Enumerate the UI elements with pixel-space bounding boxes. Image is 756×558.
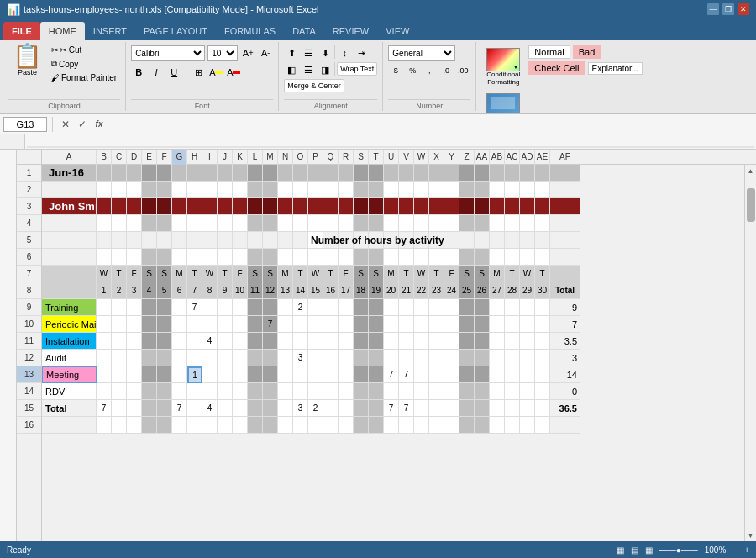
cell[interactable] xyxy=(157,215,172,232)
cell[interactable] xyxy=(535,232,550,249)
cell[interactable] xyxy=(157,299,172,316)
cell[interactable] xyxy=(459,215,475,232)
cell[interactable] xyxy=(42,232,97,249)
col-header-AC[interactable]: AC xyxy=(505,150,520,165)
cell[interactable]: 28 xyxy=(505,282,520,299)
cell[interactable] xyxy=(293,198,308,215)
col-header-Q[interactable]: Q xyxy=(323,150,339,165)
text-direction-button[interactable]: ↕ xyxy=(337,45,352,61)
cell[interactable] xyxy=(429,350,444,366)
cell[interactable] xyxy=(172,232,187,249)
cell[interactable] xyxy=(354,417,369,434)
font-color-button[interactable]: A xyxy=(226,65,241,80)
cell[interactable] xyxy=(308,316,323,333)
cell[interactable] xyxy=(369,249,384,266)
cell[interactable]: 7 xyxy=(550,316,580,333)
cell[interactable] xyxy=(429,366,444,383)
cell[interactable] xyxy=(535,249,550,266)
cell[interactable]: 18 xyxy=(354,282,369,299)
cell[interactable] xyxy=(384,165,399,182)
cell[interactable] xyxy=(202,182,218,198)
align-middle-button[interactable]: ☰ xyxy=(301,45,316,61)
cell[interactable] xyxy=(444,333,459,350)
cell[interactable] xyxy=(233,249,248,266)
cell[interactable] xyxy=(339,316,354,333)
cell[interactable]: S xyxy=(475,266,490,282)
cell[interactable]: Audit xyxy=(42,350,97,366)
col-header-U[interactable]: U xyxy=(384,150,399,165)
cell[interactable] xyxy=(293,215,308,232)
cell[interactable] xyxy=(127,350,142,366)
cell[interactable]: F xyxy=(233,266,248,282)
cell[interactable] xyxy=(414,182,429,198)
cell[interactable] xyxy=(142,417,157,434)
cell[interactable] xyxy=(308,350,323,366)
cell[interactable]: 3 xyxy=(293,350,308,366)
check-cell-style-button[interactable]: Check Cell xyxy=(528,61,585,75)
cell[interactable] xyxy=(112,215,127,232)
cell[interactable] xyxy=(369,299,384,316)
cell[interactable] xyxy=(278,333,293,350)
cell[interactable] xyxy=(414,417,429,434)
cell[interactable] xyxy=(339,182,354,198)
cell[interactable] xyxy=(202,316,218,333)
cell[interactable] xyxy=(157,198,172,215)
cell[interactable] xyxy=(187,417,202,434)
cell[interactable] xyxy=(112,333,127,350)
cell[interactable] xyxy=(459,417,475,434)
cell[interactable] xyxy=(444,249,459,266)
cell[interactable] xyxy=(112,182,127,198)
cell[interactable] xyxy=(550,417,580,434)
cell[interactable] xyxy=(475,316,490,333)
font-size-select[interactable]: 10 xyxy=(207,45,238,61)
cell[interactable]: 3 xyxy=(293,400,308,417)
cell[interactable] xyxy=(112,299,127,316)
cell[interactable]: 9 xyxy=(550,299,580,316)
cell[interactable] xyxy=(248,232,263,249)
cell[interactable] xyxy=(112,350,127,366)
cell[interactable] xyxy=(278,400,293,417)
cell[interactable] xyxy=(444,316,459,333)
cell[interactable] xyxy=(429,249,444,266)
cell[interactable] xyxy=(520,249,535,266)
cell[interactable]: 7 xyxy=(399,366,414,383)
cell[interactable]: 4 xyxy=(142,282,157,299)
cell[interactable] xyxy=(369,182,384,198)
cell[interactable] xyxy=(248,366,263,383)
cell[interactable]: 14 xyxy=(293,282,308,299)
cell[interactable] xyxy=(459,198,475,215)
cell[interactable]: T xyxy=(218,266,233,282)
cell[interactable] xyxy=(384,215,399,232)
col-header-D[interactable]: D xyxy=(127,150,142,165)
cell[interactable]: Jun-16 xyxy=(42,165,97,182)
cell[interactable] xyxy=(444,350,459,366)
cell[interactable] xyxy=(475,350,490,366)
cell[interactable]: T xyxy=(399,266,414,282)
cell[interactable]: S xyxy=(459,266,475,282)
cell[interactable] xyxy=(233,165,248,182)
cell[interactable] xyxy=(369,215,384,232)
col-header-AF[interactable]: AF xyxy=(550,150,580,165)
cell[interactable]: W xyxy=(520,266,535,282)
cell[interactable]: Total xyxy=(42,400,97,417)
cell[interactable] xyxy=(520,215,535,232)
cell[interactable] xyxy=(187,383,202,400)
cell[interactable] xyxy=(323,215,339,232)
cell[interactable] xyxy=(293,232,308,249)
cell[interactable] xyxy=(505,350,520,366)
cell[interactable] xyxy=(535,383,550,400)
currency-button[interactable]: $ xyxy=(388,63,403,78)
cell[interactable] xyxy=(172,299,187,316)
cell[interactable]: 3.5 xyxy=(550,333,580,350)
cell[interactable] xyxy=(187,249,202,266)
cell[interactable]: M xyxy=(490,266,505,282)
cell[interactable] xyxy=(369,366,384,383)
cell[interactable] xyxy=(293,249,308,266)
cell[interactable] xyxy=(42,215,97,232)
cell[interactable] xyxy=(142,316,157,333)
align-bottom-button[interactable]: ⬇ xyxy=(318,45,333,61)
cell[interactable] xyxy=(384,299,399,316)
cell[interactable] xyxy=(459,182,475,198)
cell[interactable] xyxy=(172,182,187,198)
cell[interactable] xyxy=(535,316,550,333)
